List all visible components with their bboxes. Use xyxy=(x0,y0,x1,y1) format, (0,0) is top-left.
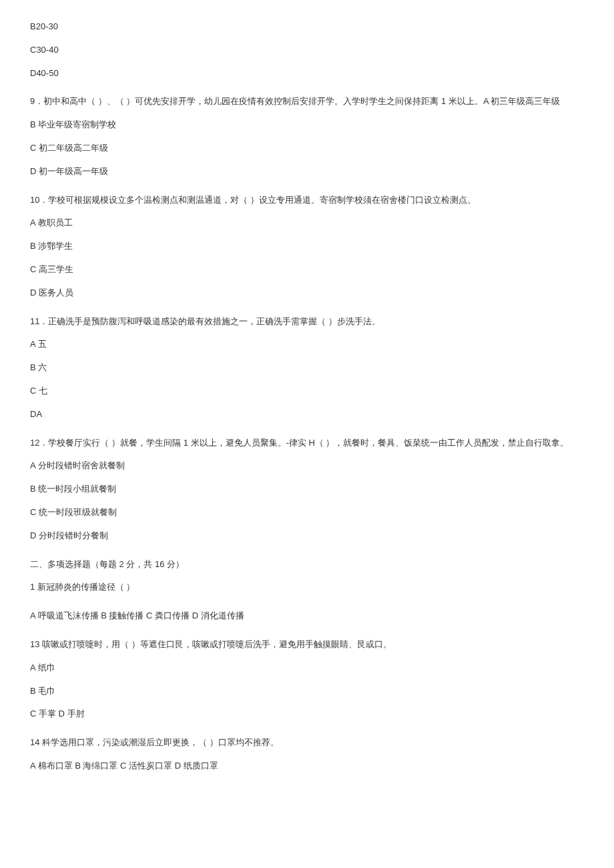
section2-q1-text: 1 新冠肺炎的传播途径（ ） xyxy=(30,580,584,594)
question-text: 11．正确洗手是预防腹泻和呼吸道感染的最有效措施之一，正确洗手需掌握（ ）步洗手… xyxy=(30,315,584,329)
question-number: 14 xyxy=(30,737,39,747)
question-option: A 五 xyxy=(30,338,584,352)
question-option: A 分时段错时宿舍就餐制 xyxy=(30,459,584,473)
question-option: D 初一年级高一年级 xyxy=(30,165,584,179)
question-option: B 涉鄂学生 xyxy=(30,240,584,254)
question-option: A 纸巾 xyxy=(30,661,584,675)
question-number: 10 xyxy=(30,195,39,205)
question-option: B 六 xyxy=(30,361,584,375)
question-body: 科学选用口罩，污染或潮湿后立即更换，（ ）口罩均不推荐。 xyxy=(39,737,278,747)
question-option: A 棉布口罩 B 海绵口罩 C 活性炭口罩 D 纸质口罩 xyxy=(30,759,584,773)
question-option: D 分时段错时分餐制 xyxy=(30,529,584,543)
question-option: DA xyxy=(30,408,584,422)
question-body: ．正确洗手是预防腹泻和呼吸道感染的最有效措施之一，正确洗手需掌握（ ）步洗手法。 xyxy=(39,316,380,326)
question-text: 10．学校可根据规模设立多个温检测点和测温通道，对（ ）设立专用通道。寄宿制学校… xyxy=(30,193,584,207)
question-11: 11．正确洗手是预防腹泻和呼吸道感染的最有效措施之一，正确洗手需掌握（ ）步洗手… xyxy=(30,315,584,422)
question-option: B 毛巾 xyxy=(30,685,584,699)
question-number: 12 xyxy=(30,438,39,448)
question-option: C 统一时段班级就餐制 xyxy=(30,506,584,520)
question-text: 14 科学选用口罩，污染或潮湿后立即更换，（ ）口罩均不推荐。 xyxy=(30,736,584,750)
question-text: 9．初中和高中（ ）、（ ）可优先安排开学，幼儿园在疫情有效控制后安排开学。入学… xyxy=(30,95,584,109)
question-9: 9．初中和高中（ ）、（ ）可优先安排开学，幼儿园在疫情有效控制后安排开学。入学… xyxy=(30,95,584,178)
question-text: 12．学校餐厅实行（ ）就餐，学生间隔 1 米以上，避免人员聚集。-律实 H（ … xyxy=(30,436,584,450)
prelude-option: D40-50 xyxy=(30,67,584,81)
question-body: 咳嗽或打喷嚏时，用（ ）等遮住口艮，咳嗽或打喷嚏后洗手，避免用手触摸眼睛、艮或口… xyxy=(39,639,391,649)
question-option: A 教职员工 xyxy=(30,216,584,230)
question-12: 12．学校餐厅实行（ ）就餐，学生间隔 1 米以上，避免人员聚集。-律实 H（ … xyxy=(30,436,584,543)
section-2-header: 二、多项选择题（每题 2 分，共 16 分） xyxy=(30,558,584,572)
question-14: 14 科学选用口罩，污染或潮湿后立即更换，（ ）口罩均不推荐。 A 棉布口罩 B… xyxy=(30,736,584,773)
question-option: C 手掌 D 手肘 xyxy=(30,707,584,721)
question-13: 13 咳嗽或打喷嚏时，用（ ）等遮住口艮，咳嗽或打喷嚏后洗手，避免用手触摸眼睛、… xyxy=(30,638,584,721)
question-number: 11 xyxy=(30,316,39,326)
question-option: B 毕业年级寄宿制学校 xyxy=(30,118,584,132)
question-10: 10．学校可根据规模设立多个温检测点和测温通道，对（ ）设立专用通道。寄宿制学校… xyxy=(30,193,584,300)
prelude-option: C30-40 xyxy=(30,43,584,57)
question-option: C 七 xyxy=(30,384,584,398)
question-option: D 医务人员 xyxy=(30,286,584,300)
section2-q1-options: A 呼吸道飞沫传播 B 接触传播 C 粪口传播 D 消化道传播 xyxy=(30,609,584,623)
question-option: C 高三学生 xyxy=(30,263,584,277)
question-option: C 初二年级高二年级 xyxy=(30,141,584,155)
question-body: ．学校餐厅实行（ ）就餐，学生间隔 1 米以上，避免人员聚集。-律实 H（ ），… xyxy=(39,438,569,448)
question-body: ．学校可根据规模设立多个温检测点和测温通道，对（ ）设立专用通道。寄宿制学校须在… xyxy=(39,195,476,205)
question-number: 13 xyxy=(30,639,39,649)
question-text: 13 咳嗽或打喷嚏时，用（ ）等遮住口艮，咳嗽或打喷嚏后洗手，避免用手触摸眼睛、… xyxy=(30,638,584,652)
question-body: ．初中和高中（ ）、（ ）可优先安排开学，幼儿园在疫情有效控制后安排开学。入学时… xyxy=(35,96,560,106)
prelude-option: B20-30 xyxy=(30,20,584,34)
question-option: B 统一时段小组就餐制 xyxy=(30,482,584,496)
